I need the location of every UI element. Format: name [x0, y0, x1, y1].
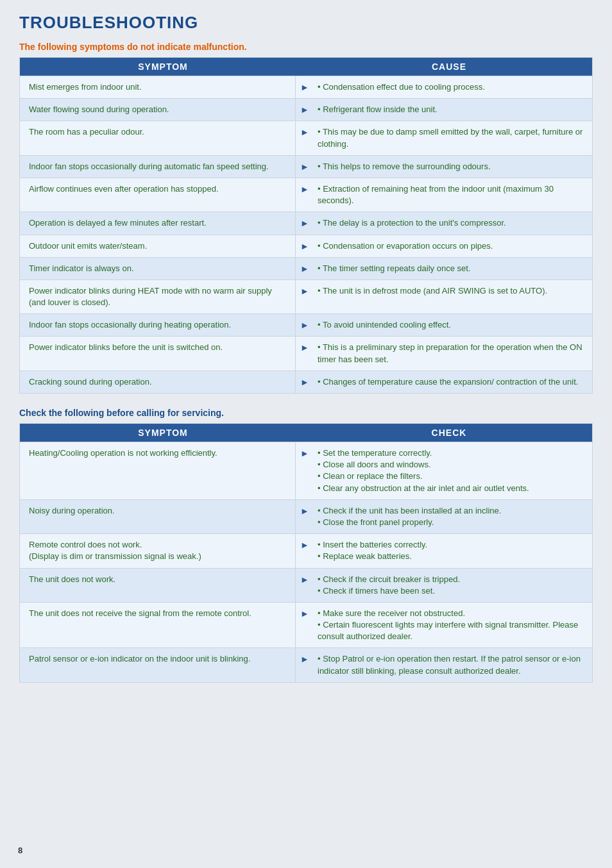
symptom-cell: Patrol sensor or e-ion indicator on the …	[20, 648, 296, 681]
arrow-cell: ►	[296, 121, 314, 154]
table-row: Indoor fan stops occasionally during hea…	[20, 313, 592, 336]
section2-title: Check the following before calling for s…	[19, 408, 593, 418]
table-row: Operation is delayed a few minutes after…	[20, 212, 592, 234]
symptom-cell: Outdoor unit emits water/steam.	[20, 235, 296, 257]
section1-table-header: SYMPTOM CAUSE	[20, 58, 592, 76]
cause-cell: • To avoid unintended cooling effect.	[314, 314, 592, 336]
section2-symptom-header: SYMPTOM	[20, 424, 306, 442]
table-row: The unit does not receive the signal fro…	[20, 602, 592, 648]
symptom-cell: Heating/Cooling operation is not working…	[20, 442, 296, 499]
cause-cell: • This is a preliminary step in preparat…	[314, 337, 592, 370]
arrow-icon: ►	[300, 608, 309, 619]
symptom-cell: The room has a peculiar odour.	[20, 121, 296, 154]
arrow-cell: ►	[296, 648, 314, 681]
check-cell: • Make sure the receiver not obstructed.…	[314, 603, 592, 648]
arrow-icon: ►	[300, 263, 309, 274]
arrow-cell: ►	[296, 371, 314, 393]
arrow-icon: ►	[300, 241, 309, 251]
table-row: Outdoor unit emits water/steam. ► • Cond…	[20, 235, 592, 257]
table-row: Noisy during operation. ► • Check if the…	[20, 499, 592, 533]
arrow-cell: ►	[296, 337, 314, 370]
symptom-cell: Water flowing sound during operation.	[20, 99, 296, 121]
arrow-icon: ►	[300, 540, 309, 550]
section2-table: SYMPTOM CHECK Heating/Cooling operation …	[19, 423, 593, 683]
table-row: Heating/Cooling operation is not working…	[20, 442, 592, 499]
arrow-icon: ►	[300, 82, 309, 92]
arrow-cell: ►	[296, 569, 314, 602]
check-cell: • Set the temperature correctly.• Close …	[314, 442, 592, 499]
symptom-cell: Timer indicator is always on.	[20, 258, 296, 280]
symptom-cell: Cracking sound during operation.	[20, 371, 296, 393]
table-row: Power indicator blinks during HEAT mode …	[20, 280, 592, 313]
cause-cell: • Changes of temperature cause the expan…	[314, 371, 592, 393]
arrow-cell: ►	[296, 76, 314, 98]
cause-cell: • The timer setting repeats daily once s…	[314, 258, 592, 280]
arrow-icon: ►	[300, 218, 309, 228]
section2-table-header: SYMPTOM CHECK	[20, 424, 592, 442]
table-row: Remote control does not work.(Display is…	[20, 533, 592, 567]
table-row: Power indicator blinks before the unit i…	[20, 336, 592, 370]
section1-table: SYMPTOM CAUSE Mist emerges from indoor u…	[19, 57, 593, 394]
arrow-icon: ►	[300, 184, 309, 194]
arrow-icon: ►	[300, 320, 309, 330]
symptom-cell: Noisy during operation.	[20, 500, 296, 533]
cause-cell: • This may be due to damp smell emitted …	[314, 121, 592, 154]
symptom-header: SYMPTOM	[20, 58, 306, 76]
arrow-icon: ►	[300, 654, 309, 664]
cause-cell: • Condensation effect due to cooling pro…	[314, 76, 592, 98]
cause-cell: • Refrigerant flow inside the unit.	[314, 99, 592, 121]
symptom-cell: Operation is delayed a few minutes after…	[20, 212, 296, 234]
arrow-icon: ►	[300, 506, 309, 516]
check-cell: • Check if the circuit breaker is trippe…	[314, 569, 592, 602]
arrow-icon: ►	[300, 162, 309, 172]
symptom-cell: Indoor fan stops occasionally during hea…	[20, 314, 296, 336]
table-row: Water flowing sound during operation. ► …	[20, 98, 592, 121]
table-row: Timer indicator is always on. ► • The ti…	[20, 257, 592, 280]
cause-cell: • Condensation or evaporation occurs on …	[314, 235, 592, 257]
arrow-icon: ►	[300, 377, 309, 387]
arrow-cell: ►	[296, 500, 314, 533]
symptom-cell: The unit does not work.	[20, 569, 296, 602]
symptom-cell: Indoor fan stops occasionally during aut…	[20, 156, 296, 178]
table-row: Patrol sensor or e-ion indicator on the …	[20, 647, 592, 681]
check-cell: • Check if the unit has been installed a…	[314, 500, 592, 533]
cause-cell: • Extraction of remaining heat from the …	[314, 178, 592, 212]
arrow-icon: ►	[300, 104, 309, 115]
arrow-cell: ►	[296, 156, 314, 178]
cause-cell: • The unit is in defrost mode (and AIR S…	[314, 280, 592, 313]
arrow-cell: ►	[296, 280, 314, 313]
table-row: The unit does not work. ► • Check if the…	[20, 568, 592, 602]
arrow-icon: ►	[300, 448, 309, 458]
table-row: Mist emerges from indoor unit. ► • Conde…	[20, 76, 592, 98]
cause-cell: • This helps to remove the surrounding o…	[314, 156, 592, 178]
main-title: TROUBLESHOOTING	[19, 13, 593, 33]
section2-check-header: CHECK	[306, 424, 592, 442]
page-number: 8	[18, 846, 22, 855]
arrow-cell: ►	[296, 442, 314, 499]
arrow-icon: ►	[300, 574, 309, 585]
arrow-cell: ►	[296, 603, 314, 648]
table-row: Indoor fan stops occasionally during aut…	[20, 155, 592, 178]
symptom-cell: Power indicator blinks before the unit i…	[20, 337, 296, 370]
cause-cell: • The delay is a protection to the unit'…	[314, 212, 592, 234]
arrow-cell: ►	[296, 534, 314, 567]
arrow-cell: ►	[296, 99, 314, 121]
symptom-cell: Remote control does not work.(Display is…	[20, 534, 296, 567]
cause-header: CAUSE	[306, 58, 592, 76]
symptom-cell: Airflow continues even after operation h…	[20, 178, 296, 212]
table-row: The room has a peculiar odour. ► • This …	[20, 121, 592, 154]
arrow-icon: ►	[300, 342, 309, 353]
arrow-icon: ►	[300, 286, 309, 296]
symptom-cell: The unit does not receive the signal fro…	[20, 603, 296, 648]
symptom-cell: Power indicator blinks during HEAT mode …	[20, 280, 296, 313]
arrow-cell: ►	[296, 258, 314, 280]
arrow-icon: ►	[300, 127, 309, 137]
check-cell: • Insert the batteries correctly.• Repla…	[314, 534, 592, 567]
arrow-cell: ►	[296, 178, 314, 212]
table-row: Cracking sound during operation. ► • Cha…	[20, 371, 592, 393]
symptom-cell: Mist emerges from indoor unit.	[20, 76, 296, 98]
arrow-cell: ►	[296, 212, 314, 234]
arrow-cell: ►	[296, 235, 314, 257]
table-row: Airflow continues even after operation h…	[20, 178, 592, 212]
check-cell: • Stop Patrol or e-ion operation then re…	[314, 648, 592, 681]
